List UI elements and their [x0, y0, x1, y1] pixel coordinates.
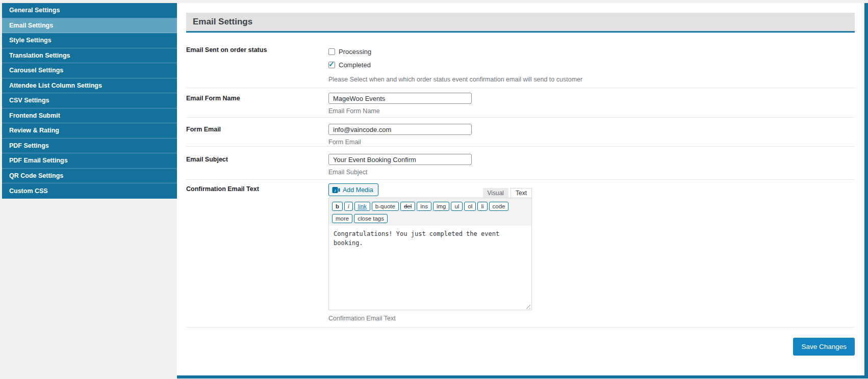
- processing-checkbox[interactable]: ✓: [328, 48, 335, 55]
- page-title-bar: Email Settings: [186, 13, 855, 33]
- quicktag-ol-button[interactable]: ol: [464, 202, 476, 211]
- quicktag-ins-button[interactable]: ins: [417, 202, 431, 211]
- quicktag-more-button[interactable]: more: [332, 214, 352, 223]
- quicktags-toolbar: b i link b-quote del ins img ul ol li co…: [329, 198, 531, 226]
- row-email-subject: Email Subject Email Subject: [186, 147, 855, 180]
- email-subject-help-text: Email Subject: [328, 169, 855, 176]
- row-confirmation-email-text: Confirmation Email Text ♪: [186, 180, 855, 328]
- add-media-button[interactable]: ♪ Add Media: [328, 183, 378, 196]
- quicktag-link-button[interactable]: link: [354, 202, 370, 211]
- settings-content-panel: Email Settings Email Sent on order statu…: [177, 3, 868, 378]
- editor-mode-tabs: Visual Text: [483, 188, 532, 198]
- email-form-name-input[interactable]: [328, 93, 472, 104]
- row-submit: Save Changes: [186, 328, 855, 356]
- sidebar-item-pdf-settings[interactable]: PDF Settings: [2, 139, 177, 154]
- row-email-form-name: Email Form Name Email Form Name: [186, 88, 855, 118]
- sidebar-item-email-settings[interactable]: Email Settings: [2, 18, 177, 34]
- order-status-label: Email Sent on order status: [186, 33, 328, 88]
- settings-sidebar: General Settings Email Settings Style Se…: [2, 3, 177, 199]
- confirmation-email-label: Confirmation Email Text: [186, 180, 328, 327]
- row-email-sent-on-order-status: Email Sent on order status ✓ Processing …: [186, 33, 855, 88]
- sidebar-item-translation-settings[interactable]: Translation Settings: [2, 48, 177, 64]
- page-title: Email Settings: [193, 17, 252, 27]
- tab-text[interactable]: Text: [510, 188, 532, 198]
- quicktag-li-button[interactable]: li: [477, 202, 487, 211]
- quicktag-bquote-button[interactable]: b-quote: [372, 202, 399, 211]
- form-email-label: Form Email: [186, 118, 328, 146]
- processing-checkbox-label: Processing: [339, 48, 371, 56]
- email-form-name-label: Email Form Name: [186, 88, 328, 117]
- order-status-help-text: Please Select when and which order statu…: [328, 76, 855, 83]
- email-subject-label: Email Subject: [186, 147, 328, 179]
- sidebar-item-general-settings[interactable]: General Settings: [2, 3, 177, 18]
- tab-visual[interactable]: Visual: [483, 188, 508, 198]
- quicktag-close-tags-button[interactable]: close tags: [354, 214, 388, 223]
- email-subject-input[interactable]: [328, 154, 472, 165]
- sidebar-item-pdf-email-settings[interactable]: PDF Email Settings: [2, 153, 177, 169]
- sidebar-item-qr-code-settings[interactable]: QR Code Settings: [2, 169, 177, 184]
- quicktag-ul-button[interactable]: ul: [451, 202, 463, 211]
- email-settings-form: Email Sent on order status ✓ Processing …: [186, 33, 855, 356]
- email-form-name-help-text: Email Form Name: [328, 107, 855, 115]
- sidebar-item-csv-settings[interactable]: CSV Settings: [2, 93, 177, 109]
- media-icon: ♪: [332, 186, 340, 194]
- quicktag-img-button[interactable]: img: [433, 202, 450, 211]
- quicktag-italic-button[interactable]: i: [344, 202, 353, 211]
- sidebar-item-carousel-settings[interactable]: Carousel Settings: [2, 63, 177, 78]
- sidebar-item-attendee-list-column-settings[interactable]: Attendee List Column Settings: [2, 78, 177, 94]
- save-changes-button[interactable]: Save Changes: [793, 338, 855, 356]
- form-email-help-text: Form Email: [328, 139, 855, 146]
- add-media-label: Add Media: [343, 186, 373, 194]
- completed-checkbox-label: Completed: [339, 61, 371, 69]
- confirmation-email-help-text: Confirmation Email Text: [328, 315, 532, 322]
- quicktag-bold-button[interactable]: b: [332, 202, 343, 211]
- completed-checkbox-row[interactable]: ✓ Completed: [328, 61, 855, 69]
- completed-checkbox[interactable]: ✓: [328, 62, 335, 68]
- svg-text:♪: ♪: [334, 187, 337, 193]
- sidebar-item-review-rating[interactable]: Review & Rating: [2, 123, 177, 139]
- confirmation-email-textarea[interactable]: Congratulations! You just completed the …: [329, 226, 531, 310]
- sidebar-item-frontend-submit[interactable]: Frontend Submit: [2, 109, 177, 124]
- checkmark-icon: ✓: [328, 60, 335, 68]
- row-form-email: Form Email Form Email: [186, 118, 855, 147]
- quicktag-del-button[interactable]: del: [400, 202, 415, 211]
- processing-checkbox-row[interactable]: ✓ Processing: [328, 48, 855, 56]
- wp-editor: ♪ Add Media Visual Text b: [328, 183, 532, 322]
- sidebar-item-style-settings[interactable]: Style Settings: [2, 33, 177, 48]
- quicktag-code-button[interactable]: code: [489, 202, 509, 211]
- form-email-input[interactable]: [328, 124, 472, 135]
- sidebar-item-custom-css[interactable]: Custom CSS: [2, 183, 177, 199]
